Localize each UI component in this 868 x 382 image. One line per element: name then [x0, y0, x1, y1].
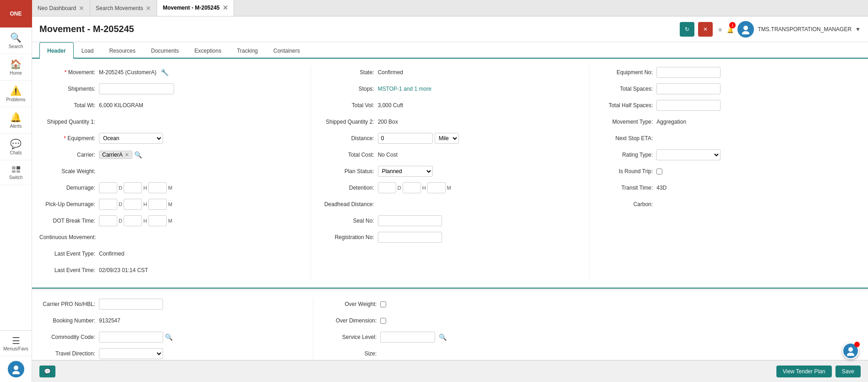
distance-unit-select[interactable]: Mile KM [435, 133, 459, 144]
distance-input[interactable] [378, 133, 433, 144]
tab-containers[interactable]: Containers [266, 42, 308, 59]
carrier-pro-label: Carrier PRO No/HBL: [39, 301, 99, 307]
sidebar-item-switch[interactable]: Switch [0, 160, 32, 185]
sidebar-item-chats[interactable]: 💬 Chats [0, 134, 32, 160]
stops-link[interactable]: MSTOP-1 and 1 more [378, 86, 431, 92]
total-vol-label: Total Vol: [318, 102, 378, 109]
save-label: Save [842, 368, 854, 375]
commodity-code-input[interactable] [99, 332, 163, 343]
close-icon[interactable]: ✕ [223, 5, 228, 11]
seal-no-row: Seal No: [318, 214, 582, 227]
refresh-button[interactable]: ↻ [680, 22, 694, 37]
tab-exceptions[interactable]: Exceptions [186, 42, 229, 59]
movement-value: M-205245 (CustomerA) [99, 69, 156, 76]
chat-button[interactable]: 💬 [39, 366, 55, 377]
over-weight-checkbox[interactable] [380, 301, 386, 307]
pickup-d[interactable] [99, 199, 117, 210]
form-section-1: Movement: M-205245 (CustomerA) 🔧 Shipmen… [32, 59, 868, 288]
commodity-search-icon[interactable]: 🔍 [165, 333, 173, 341]
shipped-qty1-label: Shipped Quantity 1: [39, 119, 99, 125]
close-button[interactable]: ✕ [698, 22, 713, 37]
continuous-movement-row: Continuous Movement: [39, 231, 303, 244]
menu-button[interactable]: ≡ [716, 22, 723, 36]
tab-documents[interactable]: Documents [143, 42, 187, 59]
tab-load[interactable]: Load [74, 42, 102, 59]
sidebar-item-search[interactable]: 🔍 Search [0, 27, 32, 54]
tab-resources[interactable]: Resources [101, 42, 143, 59]
sidebar-avatar[interactable] [0, 356, 32, 382]
switch-icon [11, 165, 21, 174]
registration-no-row: Registration No: [318, 231, 582, 244]
sidebar-item-alerts[interactable]: 🔔 Alerts [0, 107, 32, 134]
pickup-m[interactable] [148, 199, 167, 210]
service-level-label: Service Level: [321, 334, 380, 340]
over-dimension-checkbox[interactable] [380, 318, 386, 324]
total-spaces-input[interactable] [656, 83, 721, 94]
continuous-movement-label: Continuous Movement: [39, 234, 99, 240]
is-round-trip-checkbox[interactable] [656, 169, 662, 175]
equipment-select[interactable]: Ocean [99, 133, 163, 144]
configure-icon[interactable]: 🔧 [161, 69, 169, 76]
hamburger-icon: ≡ [718, 27, 721, 33]
dot-m[interactable] [148, 215, 167, 226]
service-level-row: Service Level: 🔍 [321, 331, 587, 344]
plan-status-select[interactable]: Planned Confirmed [378, 166, 433, 177]
registration-no-input[interactable] [378, 232, 442, 243]
save-button[interactable]: Save [835, 366, 861, 377]
state-label: State: [318, 69, 378, 76]
detention-d[interactable] [378, 182, 396, 193]
total-cost-label: Total Cost: [318, 152, 378, 158]
sidebar-item-menus[interactable]: ☰ Menus/Favs [0, 330, 32, 356]
carrier-search-icon[interactable]: 🔍 [134, 151, 142, 158]
view-tender-button[interactable]: View Tender Plan [776, 366, 832, 377]
carrier-pro-row: Carrier PRO No/HBL: [39, 298, 306, 311]
equipment-no-input[interactable] [656, 67, 721, 78]
carrier-tag: CarrierA ✕ [99, 151, 132, 159]
shipped-qty2-row: Shipped Quantity 2: 200 Box [318, 115, 582, 128]
demurrage-h[interactable] [124, 182, 142, 193]
stops-label: Stops: [318, 86, 378, 92]
total-half-spaces-input[interactable] [656, 100, 721, 111]
demurrage-d[interactable] [99, 182, 117, 193]
close-icon[interactable]: ✕ [146, 5, 151, 11]
plan-status-label: Plan Status: [318, 168, 378, 175]
last-event-type-value: Confirmed [99, 251, 124, 257]
tab-neo-dashboard[interactable]: Neo Dashboard ✕ [32, 0, 90, 16]
movement-type-label: Movement Type: [597, 119, 656, 125]
sidebar-item-home[interactable]: 🏠 Home [0, 54, 32, 81]
next-stop-eta-row: Next Stop ETA: [597, 132, 861, 145]
size-label: Size: [321, 350, 380, 357]
shipments-input[interactable] [99, 83, 174, 94]
rating-type-row: Rating Type: [597, 148, 861, 161]
rating-type-select[interactable] [656, 149, 721, 160]
travel-direction-select[interactable] [99, 348, 163, 359]
dot-h[interactable] [124, 215, 142, 226]
dot-d[interactable] [99, 215, 117, 226]
sidebar-item-problems[interactable]: ⚠️ Problems [0, 81, 32, 107]
tab-movement[interactable]: Movement - M-205245 ✕ [157, 0, 234, 16]
service-level-input[interactable] [380, 332, 435, 343]
notification-button[interactable]: 🔔 1 [727, 24, 734, 34]
close-icon[interactable]: ✕ [79, 5, 84, 11]
carrier-pro-input[interactable] [99, 299, 163, 310]
pickup-h[interactable] [124, 199, 142, 210]
detention-m[interactable] [427, 182, 446, 193]
demurrage-m[interactable] [148, 182, 167, 193]
notification-badge: 1 [729, 22, 736, 28]
last-event-time-label: Last Event Time: [39, 267, 99, 273]
carrier-remove[interactable]: ✕ [125, 152, 129, 158]
total-cost-value: No Cost [378, 152, 398, 158]
user-info[interactable]: TMS.TRANSPORTATION_MANAGER ▼ [737, 21, 861, 38]
dot-break-row: DOT Break Time: D H M [39, 214, 303, 227]
detention-h[interactable] [403, 182, 421, 193]
booking-number-row: Booking Number: 9132547 [39, 314, 306, 327]
refresh-icon: ↻ [685, 26, 689, 33]
floating-avatar[interactable] [842, 343, 859, 359]
tab-tracking[interactable]: Tracking [229, 42, 266, 59]
tab-search-movements[interactable]: Search Movements ✕ [90, 0, 157, 16]
movement-row: Movement: M-205245 (CustomerA) 🔧 [39, 66, 303, 79]
tab-label: Neo Dashboard [38, 5, 76, 11]
tab-header[interactable]: Header [39, 42, 74, 59]
service-level-search-icon[interactable]: 🔍 [439, 333, 447, 341]
seal-no-input[interactable] [378, 215, 442, 226]
